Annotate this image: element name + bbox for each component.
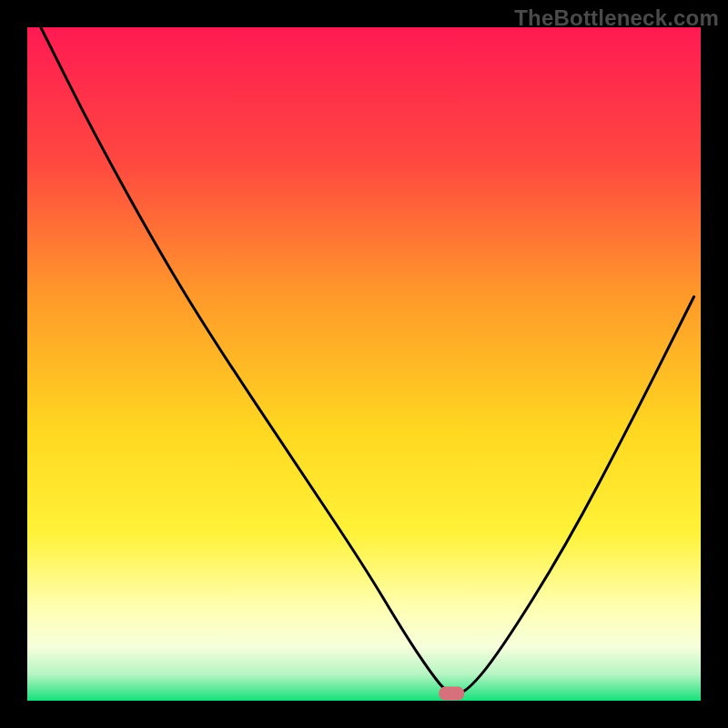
optimal-marker bbox=[439, 687, 464, 701]
chart-container: TheBottleneck.com bbox=[0, 0, 728, 728]
bottleneck-chart bbox=[0, 0, 728, 728]
watermark-text: TheBottleneck.com bbox=[514, 5, 719, 31]
plot-background bbox=[27, 27, 701, 701]
